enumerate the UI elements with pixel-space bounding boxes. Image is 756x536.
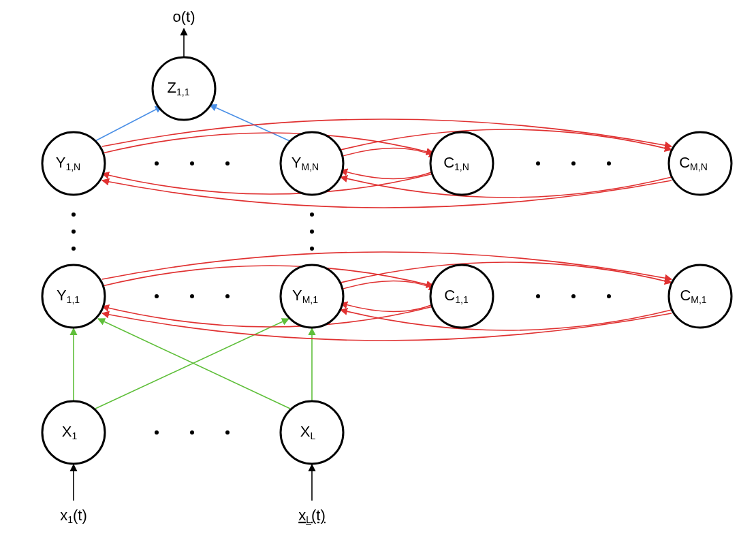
node-Y1N: Y1,N xyxy=(42,132,105,195)
edge-YMN-Z xyxy=(210,105,294,143)
svg-point-2 xyxy=(225,430,230,435)
svg-point-6 xyxy=(536,294,540,298)
edge-Y1N-C1N-out xyxy=(102,133,433,153)
edge-CM1-Y11-in xyxy=(102,313,672,341)
node-YMN: YM,N xyxy=(281,132,343,195)
edge-XL-Y11 xyxy=(98,319,290,409)
edge-Y11-CM1-out xyxy=(102,252,672,279)
svg-point-0 xyxy=(155,430,159,435)
node-X1: X1 xyxy=(42,401,105,464)
svg-point-15 xyxy=(72,212,76,217)
edge-C11-YM1-in xyxy=(341,303,436,312)
node-Z11: Z1,1 xyxy=(153,57,215,120)
edge-YMN-CMN-out xyxy=(341,129,672,150)
edge-YM1-C11-out xyxy=(341,281,436,290)
svg-point-1 xyxy=(190,430,194,435)
svg-point-10 xyxy=(190,161,194,165)
svg-point-3 xyxy=(155,294,159,298)
svg-point-5 xyxy=(225,294,230,298)
node-Y11: Y1,1 xyxy=(42,265,105,328)
label-input-xL: xL(t) xyxy=(298,507,326,525)
edge-C11-Y11-in xyxy=(102,306,433,327)
node-CM1: CM,1 xyxy=(669,265,731,328)
node-XL: XL xyxy=(281,401,343,464)
edge-CM1-YM1-in xyxy=(341,310,672,330)
edge-CMN-Y1N-in xyxy=(102,180,672,208)
label-input-x1: x1(t) xyxy=(60,507,87,525)
node-C11: C1,1 xyxy=(430,265,493,328)
svg-point-7 xyxy=(571,294,576,298)
ellipsis-Y-layerN xyxy=(155,161,230,165)
svg-point-9 xyxy=(155,161,159,165)
edge-C1N-Y1N-in xyxy=(102,174,433,194)
edge-YMN-C1N-out xyxy=(341,148,436,157)
edge-Y11-C11-out xyxy=(102,266,433,286)
svg-point-16 xyxy=(72,230,76,234)
node-YM1: YM,1 xyxy=(281,265,343,328)
label-output: o(t) xyxy=(173,8,195,25)
ellipsis-Y-vertical-left xyxy=(72,212,76,251)
svg-point-18 xyxy=(310,212,314,217)
edge-CMN-YMN-in xyxy=(341,177,672,198)
network-diagram: Z1,1 Y1,N YM,N C1,N CM,N Y1,1 YM,1 C1,1 … xyxy=(0,0,756,536)
svg-point-11 xyxy=(225,161,230,165)
svg-point-4 xyxy=(190,294,194,298)
svg-point-14 xyxy=(607,161,611,165)
ellipsis-Y-vertical-right xyxy=(310,212,314,251)
svg-point-8 xyxy=(607,294,611,298)
ellipsis-Y-layer1 xyxy=(155,294,230,298)
node-CMN: CM,N xyxy=(669,132,731,195)
ellipsis-C-layer1 xyxy=(536,294,611,298)
ellipsis-C-layerN xyxy=(536,161,611,165)
svg-point-12 xyxy=(536,161,540,165)
svg-point-20 xyxy=(310,247,314,251)
node-C1N: C1,N xyxy=(430,132,493,195)
edge-Y1N-CMN-out xyxy=(102,119,672,146)
svg-point-19 xyxy=(310,230,314,234)
edge-YM1-CM1-out xyxy=(341,262,672,283)
edge-X1-YM1 xyxy=(95,319,289,409)
edge-C1N-YMN-in xyxy=(341,170,436,179)
svg-point-13 xyxy=(571,161,576,165)
svg-point-17 xyxy=(72,247,76,251)
ellipsis-X xyxy=(155,430,230,435)
